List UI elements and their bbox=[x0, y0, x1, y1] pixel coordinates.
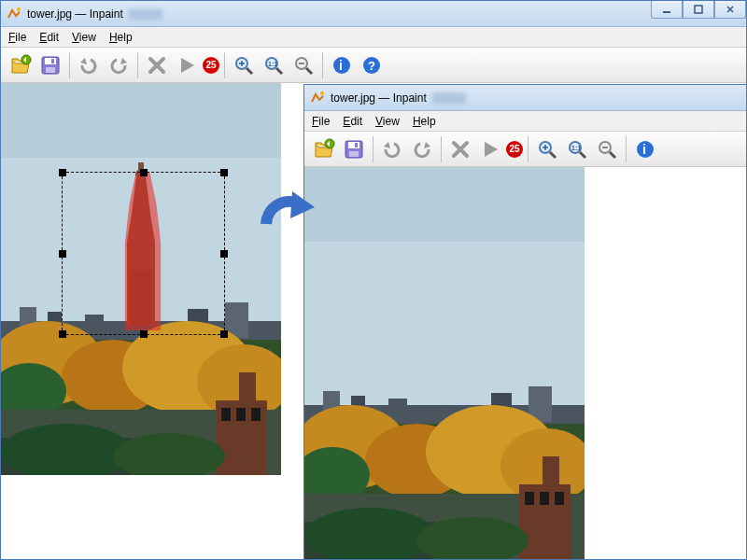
resize-handle[interactable] bbox=[220, 330, 228, 338]
svg-rect-72 bbox=[540, 492, 549, 505]
zoom-in-button[interactable] bbox=[533, 135, 561, 163]
svg-rect-36 bbox=[236, 408, 246, 421]
window-after: tower.jpg — Inpaint File Edit View Help … bbox=[303, 84, 747, 560]
zoom-actual-button[interactable]: 1:1 bbox=[563, 135, 591, 163]
svg-rect-71 bbox=[525, 492, 534, 505]
redo-button[interactable] bbox=[408, 135, 436, 163]
window-controls bbox=[651, 1, 746, 19]
menu-file[interactable]: File bbox=[312, 115, 330, 128]
svg-rect-6 bbox=[46, 67, 55, 73]
svg-rect-5 bbox=[45, 58, 56, 64]
toolbar: 25 1:1 i ? bbox=[1, 48, 746, 83]
menu-edit[interactable]: Edit bbox=[39, 31, 59, 44]
svg-text:i: i bbox=[642, 142, 646, 157]
svg-rect-37 bbox=[251, 408, 261, 421]
resize-handle[interactable] bbox=[220, 169, 228, 176]
svg-rect-38 bbox=[239, 372, 256, 405]
svg-rect-2 bbox=[695, 6, 702, 13]
separator bbox=[528, 136, 529, 162]
svg-rect-73 bbox=[555, 492, 564, 505]
save-button[interactable] bbox=[340, 135, 368, 163]
app-icon bbox=[310, 91, 325, 105]
svg-rect-7 bbox=[51, 59, 54, 63]
title-blur bbox=[432, 92, 466, 104]
window-title: tower.jpg — Inpaint bbox=[27, 7, 123, 21]
zoom-out-button[interactable] bbox=[593, 135, 621, 163]
run-button[interactable] bbox=[476, 135, 504, 163]
open-button[interactable] bbox=[310, 135, 338, 163]
app-icon bbox=[7, 7, 21, 21]
menu-view[interactable]: View bbox=[375, 115, 400, 128]
menu-help[interactable]: Help bbox=[413, 115, 436, 128]
maximize-button[interactable] bbox=[683, 1, 714, 19]
separator bbox=[137, 52, 138, 78]
svg-rect-74 bbox=[543, 456, 559, 489]
svg-rect-46 bbox=[349, 151, 359, 157]
minimize-button[interactable] bbox=[651, 1, 683, 19]
titlebar[interactable]: tower.jpg — Inpaint bbox=[304, 85, 746, 111]
separator bbox=[69, 52, 70, 78]
cancel-button[interactable] bbox=[446, 135, 474, 163]
run-button[interactable] bbox=[173, 51, 201, 79]
resize-handle[interactable] bbox=[59, 330, 66, 338]
result-image bbox=[304, 167, 585, 559]
separator bbox=[322, 52, 323, 78]
cancel-button[interactable] bbox=[143, 51, 171, 79]
help-button[interactable]: ? bbox=[358, 51, 386, 79]
titlebar[interactable]: tower.jpg — Inpaint bbox=[1, 1, 746, 27]
info-button[interactable]: i bbox=[328, 51, 356, 79]
menubar: FFileile Edit View Help bbox=[1, 27, 746, 48]
count-badge: 25 bbox=[506, 141, 523, 158]
menu-view[interactable]: View bbox=[72, 31, 96, 44]
separator bbox=[626, 136, 627, 162]
svg-rect-35 bbox=[221, 408, 231, 421]
redo-button[interactable] bbox=[105, 51, 133, 79]
separator bbox=[373, 136, 374, 162]
svg-text:1:1: 1:1 bbox=[268, 61, 277, 67]
undo-button[interactable] bbox=[75, 51, 103, 79]
window-title: tower.jpg — Inpaint bbox=[331, 91, 427, 105]
selection-marquee[interactable] bbox=[62, 172, 225, 335]
resize-handle[interactable] bbox=[220, 250, 228, 258]
svg-text:1:1: 1:1 bbox=[571, 145, 581, 151]
menubar: File Edit View Help bbox=[304, 111, 746, 132]
svg-rect-45 bbox=[348, 142, 359, 148]
menu-help[interactable]: Help bbox=[109, 31, 133, 44]
resize-handle[interactable] bbox=[140, 169, 148, 176]
resize-handle[interactable] bbox=[140, 330, 148, 338]
separator bbox=[441, 136, 442, 162]
svg-point-42 bbox=[320, 91, 324, 95]
resize-handle[interactable] bbox=[59, 250, 66, 258]
save-button[interactable] bbox=[36, 51, 64, 79]
svg-rect-1 bbox=[663, 11, 670, 13]
menu-edit[interactable]: Edit bbox=[343, 115, 362, 128]
svg-rect-59 bbox=[388, 399, 407, 419]
resize-handle[interactable] bbox=[59, 169, 66, 176]
svg-text:?: ? bbox=[368, 59, 375, 73]
separator bbox=[224, 52, 225, 78]
zoom-out-button[interactable] bbox=[289, 51, 317, 79]
open-button[interactable] bbox=[7, 51, 35, 79]
svg-rect-47 bbox=[355, 143, 358, 147]
info-button[interactable]: i bbox=[631, 135, 659, 163]
zoom-in-button[interactable] bbox=[230, 51, 258, 79]
zoom-actual-button[interactable]: 1:1 bbox=[260, 51, 288, 79]
count-badge: 25 bbox=[203, 57, 219, 74]
undo-button[interactable] bbox=[378, 135, 406, 163]
close-button[interactable] bbox=[714, 1, 746, 19]
canvas-area[interactable] bbox=[304, 167, 746, 559]
svg-text:i: i bbox=[339, 58, 343, 73]
title-blur bbox=[129, 8, 162, 20]
arrow-icon bbox=[257, 187, 322, 252]
svg-point-0 bbox=[17, 7, 21, 11]
svg-point-62 bbox=[426, 302, 463, 405]
menu-file[interactable]: FFileile bbox=[8, 31, 26, 44]
toolbar: 25 1:1 i bbox=[304, 132, 746, 167]
